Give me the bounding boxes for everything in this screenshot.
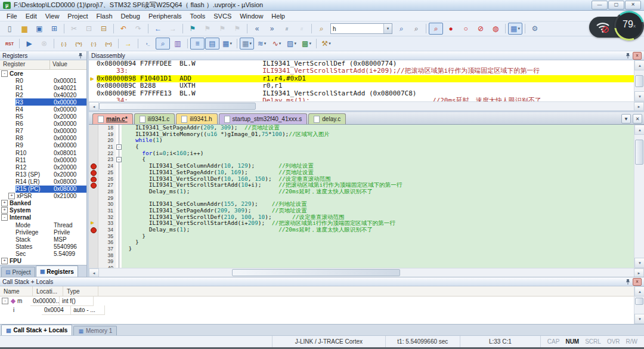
menu-file[interactable]: File [2, 12, 21, 20]
tree-expander-icon[interactable]: - [1, 70, 8, 77]
breakpoint-margin[interactable] [89, 239, 98, 246]
code-line-20[interactable]: 20 while(1) [89, 137, 634, 144]
undo-button[interactable]: ↶ [116, 23, 131, 35]
register-row-stack[interactable]: StackMSP [0, 236, 86, 243]
callstack-row-m[interactable]: -m0x00000...int f() [0, 297, 634, 305]
unindent-button[interactable]: « [250, 23, 264, 35]
breakpoint-margin[interactable] [89, 182, 98, 189]
breakpoint-margin[interactable] [89, 137, 98, 144]
editor-tab-startup-stm32f40-41xxx-s[interactable]: startup_stm32f40_41xxx.s [219, 113, 308, 124]
register-row-r9[interactable]: R90x00000 [0, 142, 86, 149]
breakpoint-margin[interactable] [89, 156, 98, 163]
call-stack-window-button[interactable]: ▤ [205, 38, 219, 50]
register-row-r4[interactable]: R40x00000 [0, 106, 86, 113]
tree-expander-icon[interactable]: + [1, 200, 8, 206]
register-row-sec[interactable]: Sec5.54099 [0, 250, 86, 257]
start-stop-debug-session-button[interactable]: ⌕ [429, 23, 443, 35]
scroll-up-icon[interactable]: ▲ [634, 286, 644, 297]
tree-expander-icon[interactable]: + [1, 258, 8, 264]
fold-collapse-icon[interactable]: - [116, 144, 122, 150]
step-over-button[interactable]: {↷} [72, 38, 86, 50]
save-file-button[interactable]: ▣ [32, 23, 47, 35]
pin-icon[interactable] [624, 52, 631, 60]
scrollbar-thumb[interactable] [635, 298, 643, 305]
breakpoint-margin[interactable] [89, 125, 98, 131]
editor-vertical-scrollbar[interactable]: ▲ ▼ [634, 125, 644, 268]
menu-svcs[interactable]: SVCS [209, 12, 236, 20]
register-row-r15-pc[interactable]: R15 (PC)0x08000 [0, 186, 86, 193]
register-row-xpsr[interactable]: +xPSR0x21000 [0, 193, 86, 200]
tab-project[interactable]: ▤Project [1, 267, 35, 277]
minimize-button[interactable]: — [592, 1, 608, 10]
register-row-r8[interactable]: R80x00000 [0, 135, 86, 142]
menu-debug[interactable]: Debug [117, 12, 144, 20]
register-row-r13-sp[interactable]: R13 (SP)0x20000 [0, 171, 86, 178]
save-all-button[interactable]: ⊞ [47, 23, 61, 35]
breakpoint-margin[interactable] [89, 208, 98, 214]
breakpoint-margin[interactable] [89, 163, 98, 169]
tab-list-dropdown-icon[interactable]: ▼ [621, 114, 631, 123]
window-layout-button[interactable]: ▦▾ [508, 23, 522, 35]
code-line-37[interactable]: 37 } [89, 246, 634, 252]
tree-expander-icon[interactable]: + [1, 207, 8, 214]
breakpoint-margin[interactable] [89, 189, 98, 195]
breakpoint-margin[interactable] [89, 252, 98, 259]
fold-collapse-icon[interactable]: - [116, 157, 122, 162]
callstack-row-i[interactable]: i0x0004auto - ... [0, 305, 634, 314]
breakpoint-margin[interactable] [89, 150, 98, 157]
paste-button[interactable]: ⊟ [97, 23, 111, 35]
breakpoint-margin[interactable] [89, 131, 98, 138]
register-row-r7[interactable]: R70x00000 [0, 128, 86, 135]
breakpoint-margin[interactable] [89, 246, 98, 252]
disassembly-line[interactable]: 0x08000B9C B288 UXTH r0,r1 [97, 82, 634, 89]
scroll-down-icon[interactable]: ▼ [634, 258, 644, 268]
memory-windows-button[interactable]: ▦▾ [240, 38, 254, 50]
code-line-28[interactable]: 28 Delay_ms(1); //20ms延时，速度太快人眼识别不了 [89, 189, 634, 195]
menu-project[interactable]: Project [63, 12, 92, 20]
editor-tab-delay-c[interactable]: delay.c [308, 113, 346, 124]
search-combobox[interactable]: h▾ [330, 23, 392, 34]
scrollbar-thumb[interactable] [99, 103, 256, 110]
find-in-files-button[interactable]: ⌕ [314, 23, 329, 35]
code-line-19[interactable]: 19 ILI9341_WriteMemory((u16 *)gImage_01,… [89, 131, 634, 138]
tree-expander-icon[interactable]: - [2, 298, 8, 304]
step-out-button[interactable]: {↑} [86, 38, 101, 50]
callstack-vertical-scrollbar[interactable]: ▲ ▼ [634, 286, 644, 324]
breakpoint-margin[interactable] [89, 176, 98, 183]
register-row-mode[interactable]: ModeThread [0, 221, 86, 228]
indent-button[interactable]: » [265, 23, 279, 35]
breakpoint-margin[interactable] [89, 201, 98, 208]
register-row-r0[interactable]: R00x00001 [0, 77, 86, 84]
code-line-38[interactable]: 38 [89, 252, 634, 259]
open-file-button[interactable]: ▆ [17, 23, 32, 35]
disable-all-breakpoints-button[interactable]: ⊘ [473, 23, 488, 35]
code-editor[interactable]: 18 ILI9341_SetPageAddr(209, 309); //页地址设… [89, 125, 634, 268]
register-row-r5[interactable]: R50x20000 [0, 113, 86, 121]
navigate-back-button[interactable]: ← [151, 23, 165, 35]
register-row-fpu[interactable]: +FPU [0, 257, 86, 264]
pin-icon[interactable] [624, 278, 631, 286]
disassembly-vertical-scrollbar[interactable]: ▲ ▼ [634, 60, 644, 101]
new-file-button[interactable]: ▯ [2, 23, 17, 35]
kill-all-breakpoints-button[interactable]: ◍ [488, 23, 503, 35]
menu-view[interactable]: View [41, 12, 64, 20]
breakpoint-margin[interactable] [89, 144, 98, 150]
step-into-button[interactable]: {↓} [57, 38, 71, 50]
register-row-r1[interactable]: R10x40021 [0, 84, 86, 91]
breakpoint-margin[interactable] [89, 169, 98, 176]
register-row-r6[interactable]: R60x00000 [0, 121, 86, 128]
register-row-r14-lr[interactable]: R14 (LR)0x08000 [0, 178, 86, 185]
breakpoint-margin[interactable] [89, 214, 98, 221]
serial-windows-button[interactable]: ≋▾ [255, 38, 269, 50]
code-line-39[interactable]: 39 [89, 258, 634, 265]
menu-flash[interactable]: Flash [92, 12, 117, 20]
incremental-find-button[interactable]: ⌕ [409, 23, 423, 35]
disassembly-horizontal-scrollbar[interactable]: ◄ ► [89, 101, 644, 110]
breakpoint-margin[interactable] [89, 227, 98, 233]
close-icon[interactable]: x [633, 278, 642, 286]
breakpoint-margin[interactable] [89, 265, 98, 268]
editor-tab-ili9341-c[interactable]: ili9341.c [134, 113, 175, 124]
code-line-35[interactable]: 35 } [89, 233, 634, 240]
breakpoint-margin[interactable] [89, 258, 98, 265]
menu-edit[interactable]: Edit [21, 12, 41, 20]
